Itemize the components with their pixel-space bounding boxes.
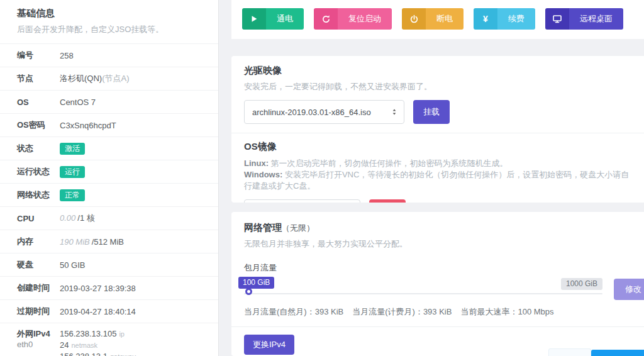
row-label: 运行状态 [17,166,60,177]
reinstall-button[interactable]: 重装 [369,199,406,203]
slider-track[interactable] [244,293,602,294]
renew-button[interactable]: ¥ 续费 [474,8,535,30]
table-row-ipv4: 外网IPv4 eth0 156.238.13.105ip 24netmask 1… [0,323,218,356]
row-value: C3xSnq6hcpdT [60,121,116,130]
row-value: 50 GIB [60,260,85,270]
traffic-slider[interactable]: 100 GiB 1000 GiB [244,275,602,304]
play-icon [242,8,266,30]
slider-value-badge: 100 GiB [238,277,274,289]
modify-button[interactable]: 修改 [614,279,644,300]
monitor-icon [545,8,569,30]
table-row-os-password: OS密码 C3xSnq6hcpdT [0,113,218,136]
traffic-stats: 当月流量(自然月)：393 KiB 当月流量(计费月)：393 KiB 当前最大… [244,306,631,318]
iso-select[interactable]: archlinux-2019.03.01-x86_64.iso [244,100,404,124]
table-row-id: 编号 258 [0,43,218,67]
table-row-run-status: 运行状态 运行 [0,160,218,183]
row-label: 网络状态 [17,189,60,201]
basic-info-panel: 基础信息 后面会开发升降配，自定义JSO挂载等。 编号 258 节点 洛杉矶(Q… [0,0,219,356]
row-value: 0.00/1 核 [60,213,95,224]
mount-button[interactable]: 挂载 [413,100,450,124]
iso-select-value: archlinux-2019.03.01-x86_64.iso [252,108,371,117]
section-divider [231,326,644,327]
netmask-line: 24netmask [60,340,136,351]
cd-image-title: 光驱映像 [244,65,631,77]
row-label: CPU [17,214,60,223]
info-table: 编号 258 节点 洛杉矶(QN)(节点A) OS CentOS 7 OS密码 … [0,43,218,356]
power-on-label: 通电 [266,8,304,30]
row-value: CentOS 7 [60,97,96,107]
image-card: 光驱映像 安装完后，一定要记得卸载，不然又进安装界面了。 archlinux-2… [231,56,644,203]
table-row-created: 创建时间 2019-03-27 18:39:38 [0,276,218,299]
row-label: 节点 [17,73,60,84]
row-value: 156.238.13.105ip 24netmask 156.238.13.1g… [60,328,136,356]
row-label: 硬盘 [17,259,60,270]
table-row-cpu: CPU 0.00/1 核 [0,206,218,230]
remote-desktop-label: 远程桌面 [569,8,623,30]
os-select[interactable]: CentOS 7 [244,199,360,203]
run-status-badge: 运行 [60,166,85,178]
actions-band: 通电 复位启动 断电 ¥ 续费 远程桌面 [231,0,644,39]
power-off-button[interactable]: 断电 [402,8,464,30]
table-row-node: 节点 洛杉矶(QN)(节点A) [0,67,218,90]
reset-button[interactable]: 复位启动 [314,8,392,30]
row-value: 258 [60,51,74,60]
row-value: 190 MiB/512 MiB [60,237,124,247]
row-label: 过期时间 [17,306,60,317]
row-label: 创建时间 [17,282,60,294]
power-on-button[interactable]: 通电 [242,8,304,30]
row-label: 状态 [17,143,60,154]
remote-desktop-button[interactable]: 远程桌面 [545,8,623,30]
section-divider [231,133,644,133]
stat-billing-month: 当月流量(计费月)：393 KiB [352,306,452,318]
net-status-badge: 正常 [60,189,85,201]
row-label: OS密码 [17,120,60,131]
row-label: OS [17,97,60,107]
row-value: 2019-03-27 18:39:38 [60,284,136,293]
bottom-cutoff-widget-light[interactable] [548,348,591,356]
network-subtitle: 无限包月并非独享，最大努力实现公平分配。 [244,238,631,250]
interface-name: eth0 [17,339,60,350]
table-row-disk: 硬盘 50 GIB [0,253,218,276]
os-image-title: OS镜像 [244,141,631,153]
panel-subtitle: 后面会开发升降配，自定义JSO挂载等。 [17,24,206,35]
yen-icon: ¥ [474,8,497,30]
quota-label: 包月流量 [244,262,631,274]
select-caret-icon [391,108,397,116]
row-label: 编号 [17,50,60,61]
network-card: 网络管理（无限） 无限包月并非独享，最大努力实现公平分配。 包月流量 100 G… [231,212,644,356]
row-label: 内存 [17,236,60,247]
change-ipv4-button[interactable]: 更换IPv4 [244,335,294,355]
network-title: 网络管理（无限） [244,222,631,234]
gateway-line: 156.238.13.1gateway [60,351,136,356]
row-value: 洛杉矶(QN)(节点A) [60,73,130,84]
ip-line: 156.238.13.105ip [60,328,136,340]
cd-image-subtitle: 安装完后，一定要记得卸载，不然又进安装界面了。 [244,81,631,92]
renew-label: 续费 [497,8,535,30]
windows-note: Windows: 安装完毕后打开VNC，等待漫长的初始化（切勿做任何操作）后，设… [244,169,631,192]
row-label: 外网IPv4 eth0 [17,328,60,350]
power-off-label: 断电 [426,8,464,30]
table-row-memory: 内存 190 MiB/512 MiB [0,230,218,253]
stat-natural-month: 当月流量(自然月)：393 KiB [244,306,343,318]
panel-title: 基础信息 [17,8,206,19]
table-row-status: 状态 激活 [0,136,218,160]
bottom-cutoff-widget-blue[interactable] [591,350,644,356]
table-row-os: OS CentOS 7 [0,90,218,113]
stat-max-speed: 当前最大速率：100 Mbps [460,306,553,318]
row-value: 2019-04-27 18:40:14 [60,307,136,316]
slider-handle[interactable] [245,288,252,295]
table-row-expires: 过期时间 2019-04-27 18:40:14 [0,299,218,323]
power-icon [402,8,426,30]
reset-label: 复位启动 [338,8,392,30]
linux-note: Linux: 第一次启动完毕前，切勿做任何操作，初始密码为系统随机生成。 [244,158,631,169]
slider-max-badge: 1000 GiB [561,278,602,290]
status-badge: 激活 [60,143,85,155]
table-row-net-status: 网络状态 正常 [0,183,218,206]
refresh-icon [314,8,338,30]
